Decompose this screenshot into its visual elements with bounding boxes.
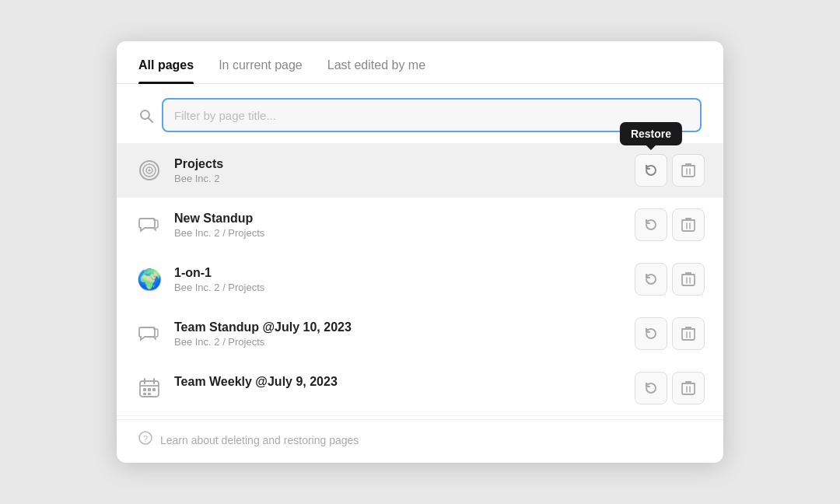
item-title: Team Weekly @July 9, 2023 — [174, 375, 624, 389]
svg-rect-23 — [148, 388, 151, 391]
search-input[interactable] — [162, 98, 702, 132]
delete-button[interactable] — [672, 317, 705, 350]
tab-last-edited-by-me[interactable]: Last edited by me — [327, 58, 425, 83]
search-icon — [138, 107, 154, 123]
tab-in-current-page[interactable]: In current page — [219, 58, 303, 83]
item-content: 1-on-1 Bee Inc. 2 / Projects — [174, 266, 624, 293]
restore-button[interactable] — [635, 208, 667, 241]
tabs-bar: All pages In current page Last edited by… — [117, 41, 723, 84]
help-icon: ? — [138, 431, 152, 449]
item-title: Projects — [174, 157, 624, 171]
svg-rect-12 — [682, 275, 695, 285]
svg-rect-27 — [682, 383, 695, 394]
svg-rect-24 — [152, 388, 156, 391]
item-subtitle: Bee Inc. 2 — [174, 173, 624, 184]
restore-button[interactable]: Restore — [635, 154, 667, 187]
svg-rect-9 — [682, 220, 695, 231]
svg-text:?: ? — [143, 434, 148, 443]
item-actions — [635, 372, 705, 404]
item-actions: Restore — [635, 154, 705, 187]
svg-rect-15 — [682, 329, 695, 340]
item-title: New Standup — [174, 212, 624, 226]
svg-rect-6 — [682, 166, 695, 177]
svg-rect-25 — [143, 393, 146, 395]
pages-list: Projects Bee Inc. 2 Restore — [117, 143, 723, 416]
footer: ? Learn about deleting and restoring pag… — [117, 419, 723, 463]
delete-button[interactable] — [672, 372, 705, 404]
item-title: 1-on-1 — [174, 266, 624, 280]
list-item: Team Weekly @July 9, 2023 Bee Inc. 2 / P… — [117, 361, 723, 416]
restore-button[interactable] — [635, 372, 667, 404]
item-icon-chat — [135, 211, 163, 239]
item-icon-chat2 — [135, 320, 163, 348]
delete-button[interactable] — [672, 208, 705, 241]
list-item: Team Standup @July 10, 2023 Bee Inc. 2 /… — [117, 306, 723, 361]
search-row — [117, 84, 723, 143]
item-actions — [635, 317, 705, 350]
tab-all-pages[interactable]: All pages — [138, 58, 194, 83]
main-panel: All pages In current page Last edited by… — [117, 41, 723, 463]
item-content: New Standup Bee Inc. 2 / Projects — [174, 212, 624, 239]
item-actions — [635, 208, 705, 241]
item-title: Team Standup @July 10, 2023 — [174, 320, 624, 334]
item-content: Team Standup @July 10, 2023 Bee Inc. 2 /… — [174, 320, 624, 348]
item-content: Projects Bee Inc. 2 — [174, 157, 624, 184]
list-item: New Standup Bee Inc. 2 / Projects — [117, 198, 723, 252]
delete-button[interactable] — [672, 154, 705, 187]
delete-button[interactable] — [672, 263, 705, 296]
item-icon-target — [135, 156, 163, 184]
item-content: Team Weekly @July 9, 2023 Bee Inc. 2 / P… — [174, 375, 624, 402]
item-actions — [635, 263, 705, 296]
item-icon-globe: 🌍 — [135, 265, 163, 293]
item-subtitle: Bee Inc. 2 / Projects — [174, 336, 624, 348]
svg-rect-22 — [143, 388, 146, 391]
list-item: 🌍 1-on-1 Bee Inc. 2 / Projects — [117, 252, 723, 306]
item-subtitle: Bee Inc. 2 / Projects — [174, 282, 624, 293]
restore-button[interactable] — [635, 317, 667, 350]
svg-line-1 — [149, 117, 153, 122]
svg-point-5 — [149, 170, 151, 172]
item-subtitle: Bee Inc. 2 / Projects — [174, 227, 624, 239]
list-item: Projects Bee Inc. 2 Restore — [117, 143, 723, 198]
footer-text: Learn about deleting and restoring pages — [160, 434, 359, 446]
item-icon-calendar — [135, 374, 163, 402]
svg-rect-26 — [148, 393, 151, 395]
restore-button[interactable] — [635, 263, 667, 296]
